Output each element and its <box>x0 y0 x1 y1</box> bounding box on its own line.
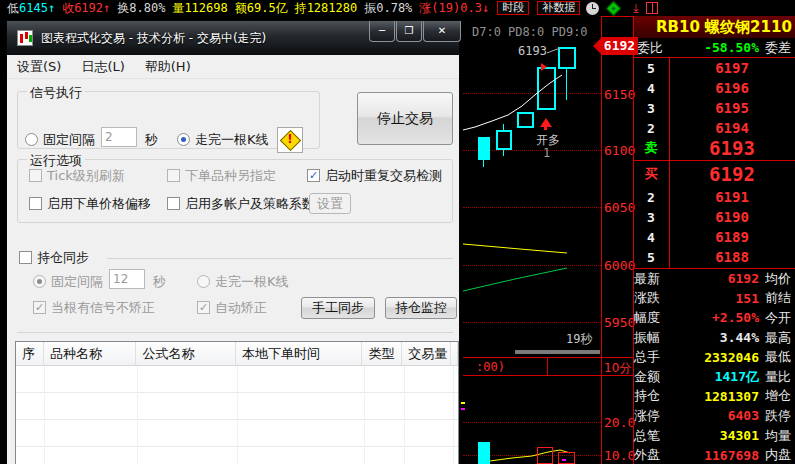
status-diamond-icon[interactable] <box>606 0 622 16</box>
table-header[interactable]: 公式名称 <box>136 342 236 365</box>
position-monitor-button[interactable]: 持仓监控 <box>385 297 457 319</box>
stat-cell: 今开 <box>765 309 795 327</box>
stop-trading-button[interactable]: 停止交易 <box>357 92 453 145</box>
menu-help[interactable]: 帮助(H) <box>135 58 201 76</box>
ladder-row[interactable]: 56197 <box>633 58 795 78</box>
weibi-value: -58.50% <box>663 40 759 55</box>
settings-button: 设置 <box>309 193 351 214</box>
stat-row: 幅度+2.50%今开 <box>634 308 795 328</box>
dialog-title: 图表程式化交易 - 技术分析 - 交易中(走完) <box>41 30 266 47</box>
dialog-titlebar[interactable]: 图表程式化交易 - 技术分析 - 交易中(走完) ─ ❐ ✕ <box>7 21 459 55</box>
app-icon <box>17 30 33 46</box>
stat-cell: 均量 <box>765 427 795 445</box>
checkbox-symbol-specify <box>167 169 180 182</box>
clock-icon[interactable] <box>586 2 599 15</box>
trading-dialog: 图表程式化交易 - 技术分析 - 交易中(走完) ─ ❐ ✕ 设置(S) 日志(… <box>6 20 460 464</box>
stat-row: 持仓1281307增仓 <box>634 387 795 407</box>
market-stat: 换8.80% <box>117 0 165 17</box>
buy-arrow-stem <box>544 121 547 130</box>
table-header[interactable]: 类型 <box>362 342 402 365</box>
table-column-line <box>404 366 405 464</box>
download-arrow-icon[interactable]: ⤓ <box>633 1 638 15</box>
checkbox-price-offset[interactable] <box>29 197 42 210</box>
ask1-row[interactable]: 卖 6193 <box>633 136 795 159</box>
table-header[interactable]: 序 <box>16 342 44 365</box>
checkbox-position-sync[interactable] <box>19 251 32 264</box>
checkbox-dup-check[interactable]: ✓ <box>307 169 320 182</box>
table-header[interactable]: 品种名称 <box>44 342 137 365</box>
window-split-icon[interactable] <box>646 2 658 14</box>
fixed-interval-label: 固定间隔 <box>43 131 95 149</box>
maximize-button[interactable]: ❐ <box>396 21 422 42</box>
interval-input <box>101 127 137 147</box>
bid1-row[interactable]: 买 6192 <box>633 162 795 186</box>
period-button[interactable]: 时段 <box>497 1 529 15</box>
menu-settings[interactable]: 设置(S) <box>7 58 71 76</box>
auto-correct-label: 自动矫正 <box>215 299 267 317</box>
market-stat: 收6192↑ <box>62 0 110 17</box>
top-market-bar: 低6145↑收6192↑换8.80%量112698额69.5亿持1281280振… <box>0 0 795 16</box>
ladder-row[interactable]: 46196 <box>633 78 795 98</box>
signal-warning-icon[interactable]: ! <box>277 127 303 153</box>
bid1-price: 6192 <box>669 163 795 185</box>
stat-row: 涨停6403跌停 <box>634 406 795 426</box>
stat-cell: 总手 <box>634 348 690 366</box>
stat-cell: 1167698 <box>690 448 761 463</box>
signal-group-title: 信号执行 <box>27 84 85 102</box>
menu-bar: 设置(S) 日志(L) 帮助(H) <box>7 55 459 79</box>
ladder-row[interactable]: 36190 <box>633 207 795 227</box>
stat-cell: 最新 <box>634 270 690 288</box>
table-header-filler <box>451 342 458 365</box>
table-body[interactable] <box>16 366 458 464</box>
stat-cell: 内盘 <box>765 446 795 464</box>
ladder-level: 5 <box>633 61 669 76</box>
manual-sync-button[interactable]: 手工同步 <box>301 297 375 319</box>
sync-kline-label: 走完一根K线 <box>215 273 289 291</box>
market-stat: 振0.78% <box>364 0 412 17</box>
ladder-price: 6195 <box>669 100 795 116</box>
kline-done-label: 走完一根K线 <box>195 131 269 149</box>
weicha-label: 委差 <box>765 39 795 57</box>
sync-interval-input <box>109 269 145 289</box>
ladder-price: 6197 <box>669 60 795 76</box>
ladder-row[interactable]: 46189 <box>633 227 795 247</box>
bid1-label: 买 <box>633 165 669 183</box>
menu-log[interactable]: 日志(L) <box>71 58 134 76</box>
market-stat: 持1281280 <box>295 0 358 17</box>
stat-cell: 1281307 <box>690 389 761 404</box>
ladder-price: 6188 <box>669 249 795 265</box>
ladder-row[interactable]: 56188 <box>633 247 795 267</box>
refill-data-button[interactable]: 补数据 <box>537 1 580 15</box>
weibi-label: 委比 <box>637 39 663 57</box>
bid-ladder: 26191361904618956188 <box>633 187 795 267</box>
divider <box>633 160 795 161</box>
stat-cell: 6192 <box>690 271 761 286</box>
weibi-row: 委比 -58.50% 委差 <box>634 38 795 57</box>
stat-cell: 金额 <box>634 368 690 386</box>
contract-title[interactable]: RB10 螺纹钢2110 <box>634 16 795 38</box>
ladder-row[interactable]: 26191 <box>633 187 795 207</box>
table-header[interactable]: 本地下单时间 <box>236 342 362 365</box>
ladder-price: 6191 <box>669 189 795 205</box>
chart-scrollbar[interactable] <box>515 350 600 354</box>
ladder-row[interactable]: 26194 <box>633 118 795 138</box>
stat-cell: 总笔 <box>634 427 690 445</box>
position-sync-label: 持仓同步 <box>37 249 89 267</box>
table-header[interactable]: 交易量 <box>402 342 451 365</box>
checkbox-auto-correct: ✓ <box>197 301 210 314</box>
ladder-row[interactable]: 36195 <box>633 98 795 118</box>
sync-seconds-label: 秒 <box>153 273 166 291</box>
close-button[interactable]: ✕ <box>423 21 461 42</box>
radio-sync-kline <box>197 275 210 288</box>
indicator-bar <box>478 442 490 464</box>
radio-kline-done[interactable] <box>177 133 190 146</box>
radio-fixed-interval[interactable] <box>25 133 38 146</box>
stat-row: 总笔34301均量 <box>634 426 795 446</box>
checkbox-multi-account[interactable] <box>167 197 180 210</box>
top-stats: 低6145↑收6192↑换8.80%量112698额69.5亿持1281280振… <box>0 0 489 17</box>
ladder-price: 6189 <box>669 229 795 245</box>
table-header-row: 序品种名称公式名称本地下单时间类型交易量 <box>16 342 458 366</box>
minimize-button[interactable]: ─ <box>369 21 395 42</box>
ladder-level: 4 <box>633 81 669 96</box>
stat-row: 涨跌151前结 <box>634 289 795 309</box>
